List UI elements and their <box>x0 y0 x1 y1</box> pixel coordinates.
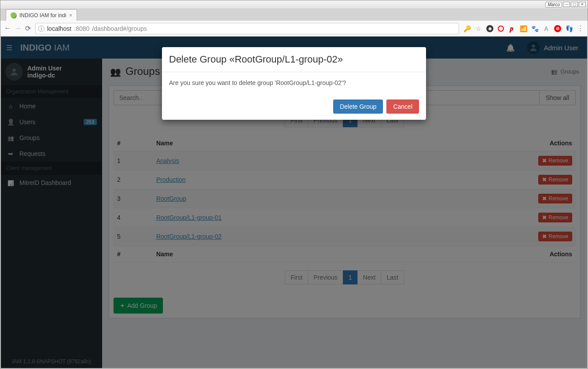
url-host: localhost <box>47 25 71 32</box>
browser-window: Marco — ▢ ✕ INDIGO IAM for indi × ← → ⟳ … <box>0 0 588 369</box>
address-bar[interactable]: i localhost:8080/dashboard#/groups <box>35 23 459 34</box>
modal-overlay[interactable]: Delete Group «RootGroup/L1-group-02» Are… <box>1 37 587 368</box>
key-icon[interactable]: 🔑 <box>463 25 470 32</box>
browser-menu-icon[interactable]: ⋮ <box>577 25 584 32</box>
modal-footer: Delete Group Cancel <box>162 93 426 120</box>
pinterest-icon[interactable]: 𝒑 <box>508 25 515 32</box>
ext-a-icon[interactable]: A <box>543 25 550 32</box>
rss-icon[interactable]: 📶 <box>520 25 527 32</box>
reload-button[interactable]: ⟳ <box>25 24 31 33</box>
extension-icons: 🔑 ☆ ◉ 𝒑 📶 🐾 A ⊘ 👣 ⋮ <box>463 25 584 32</box>
modal-title: Delete Group «RootGroup/L1-group-02» <box>169 54 419 65</box>
window-minimize-button[interactable]: — <box>563 2 570 7</box>
browser-tab[interactable]: INDIGO IAM for indi × <box>6 9 77 21</box>
os-user-badge: Marco <box>545 2 562 7</box>
os-titlebar: Marco — ▢ ✕ <box>0 0 588 8</box>
nav-buttons: ← → ⟳ <box>4 24 31 33</box>
window-maximize-button[interactable]: ▢ <box>571 2 578 7</box>
modal-header: Delete Group «RootGroup/L1-group-02» <box>162 47 426 72</box>
browser-toolbar: ← → ⟳ i localhost:8080/dashboard#/groups… <box>0 21 588 37</box>
url-port: :8080 <box>74 25 89 32</box>
confirm-delete-modal: Delete Group «RootGroup/L1-group-02» Are… <box>162 47 426 120</box>
browser-tabstrip: INDIGO IAM for indi × <box>0 8 588 21</box>
favicon-icon <box>11 12 17 18</box>
cancel-button[interactable]: Cancel <box>386 100 419 114</box>
forward-button[interactable]: → <box>15 24 22 33</box>
adblock-icon[interactable]: ⊘ <box>554 25 561 32</box>
gnome-icon[interactable]: 👣 <box>566 25 573 32</box>
back-button[interactable]: ← <box>4 24 11 33</box>
url-path: /dashboard#/groups <box>92 25 147 32</box>
tab-close-icon[interactable]: × <box>69 12 73 18</box>
tab-title: INDIGO IAM for indi <box>19 12 66 18</box>
confirm-delete-button[interactable]: Delete Group <box>333 100 383 114</box>
ext-redring-icon[interactable] <box>498 26 504 32</box>
site-info-icon[interactable]: i <box>38 26 44 32</box>
window-close-button[interactable]: ✕ <box>579 2 586 7</box>
bookmark-star-icon[interactable]: ☆ <box>475 25 482 32</box>
modal-body: Are you sure you want to delete group 'R… <box>162 72 426 93</box>
app-viewport: ☰ INDIGO IAM Admin User Admin User indig… <box>1 37 587 368</box>
ext-cat-icon[interactable]: 🐾 <box>531 25 538 32</box>
ext-eye-icon[interactable]: ◉ <box>486 25 493 32</box>
